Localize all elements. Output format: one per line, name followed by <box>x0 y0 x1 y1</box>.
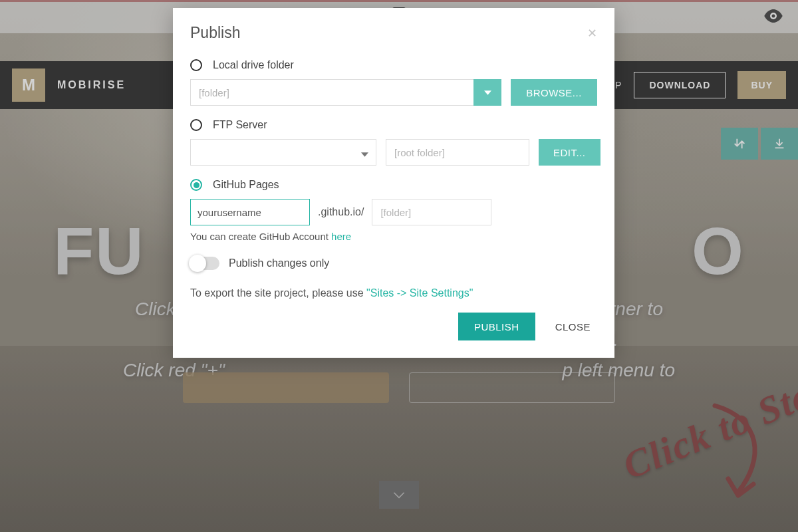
modal-title: Publish <box>190 24 240 42</box>
ftp-root-folder-input[interactable] <box>386 139 529 166</box>
radio-icon <box>190 59 202 71</box>
github-username-input[interactable] <box>190 199 310 225</box>
changes-only-label: Publish changes only <box>229 257 329 269</box>
github-create-link[interactable]: here <box>331 231 351 242</box>
edit-button[interactable]: EDIT... <box>539 139 600 166</box>
radio-github-label: GitHub Pages <box>213 179 279 191</box>
local-folder-caret[interactable] <box>473 79 501 106</box>
changes-only-toggle[interactable] <box>190 257 219 270</box>
sites-settings-link[interactable]: "Sites -> Site Settings" <box>366 287 473 299</box>
publish-modal: Publish ✕ Local drive folder BROWSE... F… <box>173 8 614 358</box>
radio-ftp-label: FTP Server <box>213 119 267 131</box>
radio-ftp[interactable]: FTP Server <box>190 119 597 131</box>
github-folder-input[interactable] <box>372 199 491 225</box>
radio-local-label: Local drive folder <box>213 59 294 71</box>
ftp-server-select[interactable] <box>190 139 376 166</box>
radio-github[interactable]: GitHub Pages <box>190 179 597 191</box>
export-note: To export the site project, please use "… <box>190 287 597 299</box>
github-domain: .github.io/ <box>318 206 364 218</box>
local-folder-input[interactable] <box>190 79 473 106</box>
publish-button[interactable]: PUBLISH <box>458 313 535 340</box>
local-folder-group <box>190 79 501 106</box>
browse-button[interactable]: BROWSE... <box>511 79 597 106</box>
radio-icon <box>190 119 202 131</box>
close-button[interactable]: CLOSE <box>549 321 597 332</box>
radio-local[interactable]: Local drive folder <box>190 59 597 71</box>
radio-icon-selected <box>190 179 202 191</box>
github-hint: You can create GitHub Account here <box>190 231 597 242</box>
close-icon[interactable]: ✕ <box>587 26 597 41</box>
chevron-down-icon <box>361 149 368 161</box>
